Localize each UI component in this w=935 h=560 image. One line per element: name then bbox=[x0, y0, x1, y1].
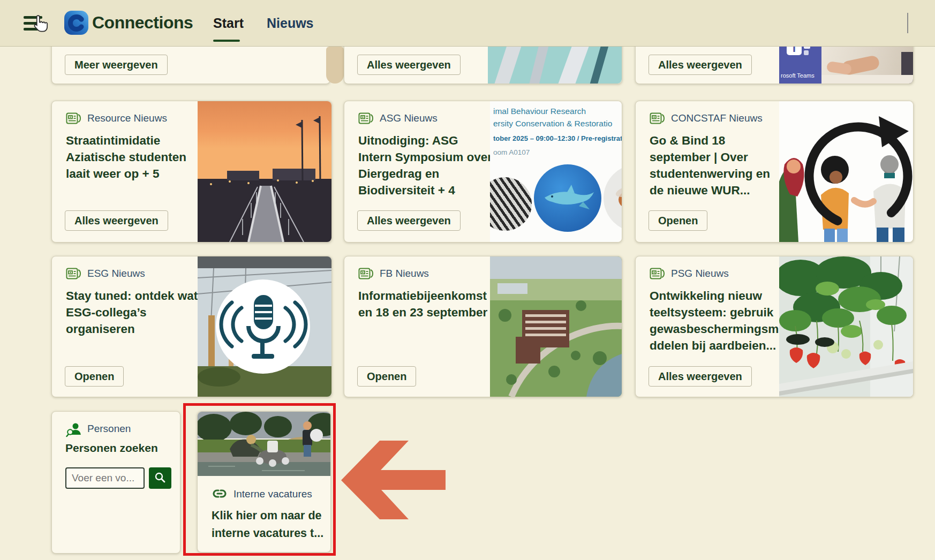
fruitfly-photo-circle bbox=[604, 164, 622, 232]
newspaper-icon bbox=[66, 267, 81, 281]
card-psg-nieuws: PSG Nieuws Ontwikkeling nieuw teeltsyste… bbox=[635, 256, 914, 397]
meer-weergeven-button[interactable]: Meer weergeven bbox=[65, 55, 168, 75]
card-concstaf-nieuws: CONCSTAF Nieuws Go & Bind 18 september |… bbox=[635, 101, 914, 243]
newspaper-icon bbox=[650, 267, 665, 281]
openen-button[interactable]: Openen bbox=[65, 366, 124, 387]
source-label: Personen bbox=[87, 423, 131, 435]
alles-weergeven-button[interactable]: Alles weergeven bbox=[649, 55, 752, 75]
link-description: Klik hier om naar de interne vacatures t… bbox=[212, 507, 323, 542]
news-title: Straatintimidatie Aziatische studenten l… bbox=[66, 132, 186, 182]
newspaper-icon bbox=[650, 111, 665, 126]
newspaper-icon bbox=[66, 111, 81, 126]
sunset-bridge-image bbox=[198, 101, 331, 242]
link-label: Interne vacatures bbox=[233, 488, 312, 500]
podcast-mic-image bbox=[198, 256, 331, 397]
alles-weergeven-button[interactable]: Alles weergeven bbox=[357, 55, 461, 75]
newspaper-icon bbox=[358, 267, 373, 281]
active-tab-underline bbox=[213, 40, 240, 42]
caret-divider bbox=[907, 13, 908, 33]
people-search-heading: Personen zoeken bbox=[65, 442, 158, 455]
magnifier-icon bbox=[154, 471, 167, 484]
card-personen: Personen Personen zoeken bbox=[51, 411, 180, 554]
tab-nieuws[interactable]: Nieuws bbox=[267, 16, 314, 31]
source-label: ESG Nieuws bbox=[87, 268, 145, 279]
alles-weergeven-button[interactable]: Alles weergeven bbox=[649, 366, 752, 387]
link-icon bbox=[212, 487, 227, 502]
person-search-icon bbox=[66, 422, 82, 438]
top-bar: Connections Start Nieuws bbox=[0, 0, 935, 47]
source-label: ASG Nieuws bbox=[380, 112, 438, 124]
card-asg-nieuws: ASG Nieuws Uitnodiging: ASG Intern Sympo… bbox=[344, 101, 622, 243]
symposium-poster-image: imal Behaviour Research ersity Conservat… bbox=[490, 101, 622, 242]
card-resource-nieuws: Resource Nieuws Straatintimidatie Aziati… bbox=[51, 101, 332, 243]
link-row: Interne vacatures bbox=[212, 487, 227, 504]
openen-button[interactable]: Openen bbox=[357, 366, 416, 387]
highlight-arrow bbox=[341, 440, 446, 520]
openen-button[interactable]: Openen bbox=[649, 210, 707, 231]
cropped-image-fragment bbox=[326, 47, 344, 84]
connections-logo bbox=[64, 10, 89, 35]
source-label: PSG Nieuws bbox=[671, 268, 729, 279]
people-search-input[interactable] bbox=[65, 467, 145, 489]
alles-weergeven-button[interactable]: Alles weergeven bbox=[357, 210, 461, 231]
card-fb-nieuws: FB Nieuws Informatiebijeenkomst en 18 en… bbox=[344, 256, 622, 397]
campus-aerial-image bbox=[490, 256, 622, 397]
news-title: Informatiebijeenkomst en 18 en 23 septem… bbox=[358, 287, 487, 321]
tab-start[interactable]: Start bbox=[213, 16, 244, 31]
alles-weergeven-button[interactable]: Alles weergeven bbox=[65, 210, 168, 231]
news-title: Stay tuned: ontdek wat ESG-collega’s org… bbox=[66, 287, 198, 337]
people-search-button[interactable] bbox=[149, 467, 171, 489]
strawberries-image bbox=[779, 256, 913, 397]
app-title: Connections bbox=[92, 13, 193, 33]
news-title: Go & Bind 18 september | Over studentenw… bbox=[650, 132, 770, 199]
source-label: FB Nieuws bbox=[380, 268, 429, 279]
mouse-cursor-icon bbox=[32, 14, 48, 33]
news-title: Uitnodiging: ASG Intern Symposium over D… bbox=[358, 132, 492, 199]
newspaper-icon bbox=[358, 111, 373, 126]
connections-dashboard: Meer weergeven Alles weergeven Alles wee… bbox=[0, 0, 935, 560]
zebra-photo-circle bbox=[490, 177, 532, 231]
go-and-bind-illustration bbox=[779, 101, 913, 242]
source-label: CONCSTAF Nieuws bbox=[671, 112, 763, 124]
source-label: Resource Nieuws bbox=[87, 112, 167, 124]
teams-caption: rosoft Teams bbox=[781, 72, 821, 79]
card-interne-vacatures[interactable]: Interne vacatures Klik hier om naar de i… bbox=[197, 411, 331, 553]
card-esg-nieuws: ESG Nieuws Stay tuned: ontdek wat ESG-co… bbox=[51, 256, 332, 397]
news-title: Ontwikkeling nieuw teeltsysteem: gebruik… bbox=[650, 287, 782, 354]
field-research-image bbox=[198, 412, 330, 476]
shark-photo-circle bbox=[534, 164, 601, 232]
